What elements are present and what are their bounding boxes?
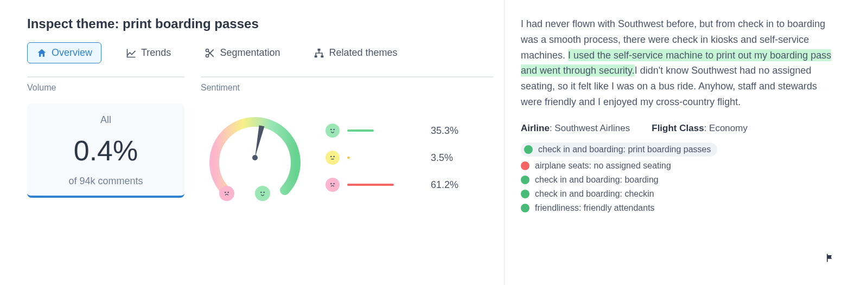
tab-label: Related themes xyxy=(329,47,397,59)
tag-label: airplane seats: no assigned seating xyxy=(535,161,671,171)
svg-rect-5 xyxy=(315,55,317,57)
sentiment-dot-icon xyxy=(521,176,529,184)
tag-label: check in and boarding: boarding xyxy=(535,175,659,185)
svg-point-9 xyxy=(225,192,226,192)
sitemap-icon xyxy=(314,48,324,59)
theme-tag[interactable]: friendliness: friendly attendants xyxy=(521,203,835,213)
sentiment-dot-icon xyxy=(521,190,529,198)
volume-value: 0.4% xyxy=(33,134,179,167)
volume-sub: of 94k comments xyxy=(33,176,179,187)
comment-meta: Airline: Southwest Airlines Flight Class… xyxy=(521,123,835,134)
theme-tag[interactable]: check in and boarding: boarding xyxy=(521,175,835,185)
comment-text: I had never flown with Southwest before,… xyxy=(521,16,835,110)
sentiment-legend: 35.3% 3.5% 61.2% xyxy=(320,124,493,192)
sentiment-dot-icon xyxy=(524,145,533,154)
neutral-value: 3.5% xyxy=(431,152,453,164)
sad-face-icon xyxy=(326,178,340,192)
flight-class-value: Economy xyxy=(709,123,748,133)
svg-point-19 xyxy=(334,183,334,184)
inspect-panel: Inspect theme: print boarding passes Ove… xyxy=(0,0,505,285)
legend-positive: 35.3% xyxy=(326,124,493,138)
flight-class-label: Flight Class xyxy=(652,123,704,133)
neutral-bar xyxy=(347,157,350,159)
svg-rect-6 xyxy=(321,55,324,57)
tab-overview[interactable]: Overview xyxy=(27,42,101,63)
negative-bar xyxy=(347,184,394,186)
volume-card[interactable]: All 0.4% of 94k comments xyxy=(27,103,184,198)
svg-point-16 xyxy=(334,156,334,157)
theme-tags: check in and boarding: print boarding pa… xyxy=(521,142,835,213)
positive-value: 35.3% xyxy=(431,125,458,137)
home-icon xyxy=(36,48,47,59)
svg-point-12 xyxy=(264,192,264,192)
svg-point-13 xyxy=(331,129,331,129)
neutral-face-icon xyxy=(326,151,340,165)
legend-negative: 61.2% xyxy=(326,178,493,192)
theme-tag[interactable]: check in and boarding: checkin xyxy=(521,189,835,199)
scissors-icon xyxy=(205,48,215,59)
svg-point-14 xyxy=(334,129,334,129)
tab-trends[interactable]: Trends xyxy=(117,42,180,63)
airline-label: Airline xyxy=(521,123,550,133)
svg-point-0 xyxy=(206,49,209,51)
tab-related-themes[interactable]: Related themes xyxy=(304,42,406,63)
theme-tag[interactable]: check in and boarding: print boarding pa… xyxy=(521,142,717,157)
negative-value: 61.2% xyxy=(431,179,458,191)
chart-icon xyxy=(126,48,137,59)
sentiment-section: Sentiment xyxy=(201,76,493,212)
sentiment-dot-icon xyxy=(521,204,529,212)
volume-label: All xyxy=(33,114,179,126)
page-title: Inspect theme: print boarding passes xyxy=(27,16,493,31)
svg-marker-7 xyxy=(252,125,264,158)
svg-rect-4 xyxy=(318,48,321,50)
tabs: Overview Trends Segmentation Related the… xyxy=(27,42,493,63)
volume-header: Volume xyxy=(27,76,184,96)
svg-point-15 xyxy=(331,156,331,157)
legend-neutral: 3.5% xyxy=(326,151,493,165)
sentiment-dot-icon xyxy=(521,161,529,170)
flag-icon[interactable] xyxy=(825,252,835,263)
tab-label: Segmentation xyxy=(220,47,280,59)
sentiment-header: Sentiment xyxy=(201,76,493,96)
svg-point-8 xyxy=(252,155,258,160)
tab-label: Overview xyxy=(52,47,92,59)
gauge-sad-icon xyxy=(219,186,234,201)
tag-label: check in and boarding: print boarding pa… xyxy=(538,145,711,154)
tab-segmentation[interactable]: Segmentation xyxy=(195,42,289,63)
svg-point-1 xyxy=(206,54,209,57)
sentiment-gauge xyxy=(201,103,309,212)
gauge-happy-icon xyxy=(255,186,270,201)
svg-point-10 xyxy=(228,192,228,192)
happy-face-icon xyxy=(326,124,340,138)
theme-tag[interactable]: airplane seats: no assigned seating xyxy=(521,161,835,171)
svg-point-11 xyxy=(261,192,261,192)
airline-value: Southwest Airlines xyxy=(554,123,630,133)
svg-point-18 xyxy=(331,183,331,184)
comment-panel: I had never flown with Southwest before,… xyxy=(505,0,868,285)
volume-section: Volume All 0.4% of 94k comments xyxy=(27,76,184,212)
tag-label: friendliness: friendly attendants xyxy=(535,203,655,213)
positive-bar xyxy=(347,129,374,132)
tab-label: Trends xyxy=(141,47,171,59)
tag-label: check in and boarding: checkin xyxy=(535,189,654,199)
